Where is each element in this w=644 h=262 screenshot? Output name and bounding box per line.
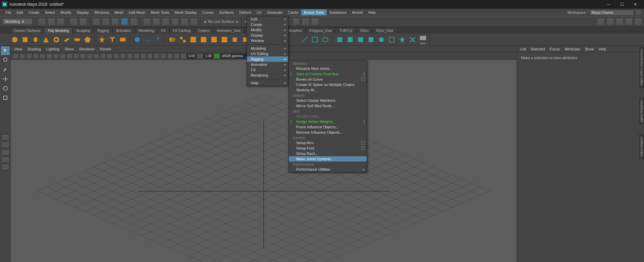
- snap-curve-icon[interactable]: [153, 18, 160, 25]
- mash-frame-icon[interactable]: [387, 35, 396, 44]
- smooth-shade-icon[interactable]: [107, 53, 113, 59]
- extrude-icon[interactable]: [230, 35, 239, 44]
- view-transform-field[interactable]: sRGB gamma: [220, 53, 251, 59]
- workspace-lock-icon[interactable]: [635, 9, 641, 15]
- panel-menu-panels[interactable]: Panels: [100, 47, 111, 51]
- mode-selector[interactable]: Modeling ▾: [2, 18, 33, 25]
- bonus-menu-uv-editing[interactable]: UV Editing: [247, 51, 288, 56]
- poly-cylinder-icon[interactable]: [31, 35, 40, 44]
- grid-icon[interactable]: [53, 53, 59, 59]
- xray-joint-icon[interactable]: [174, 53, 180, 59]
- menu-generate[interactable]: Generate: [264, 9, 285, 15]
- rigging-item-joint-at-custom-pivot-axis[interactable]: Joint at Custom Pivot Axis[]: [289, 71, 367, 77]
- separate-icon[interactable]: [178, 35, 187, 44]
- rigging-item-bones-on-curve[interactable]: Bones on Curve: [289, 77, 367, 82]
- select-tool[interactable]: [1, 46, 10, 55]
- smooth-icon[interactable]: [189, 35, 198, 44]
- menu-uv[interactable]: UV: [254, 9, 264, 15]
- rigging-item-create-ik-spline-on-multiple-chains[interactable]: Create IK Spline on Multiple Chains: [289, 82, 367, 87]
- mash-star-icon[interactable]: [397, 35, 407, 44]
- poly-torus-icon[interactable]: [52, 35, 61, 44]
- scale-tool[interactable]: [1, 93, 10, 102]
- close-button[interactable]: ✕: [629, 0, 642, 9]
- shelf-tab-sculpting[interactable]: Sculpting: [72, 28, 94, 34]
- panel-menu-lighting[interactable]: Lighting: [46, 47, 59, 51]
- select-mask-icon[interactable]: [93, 18, 100, 25]
- poly-cube-icon[interactable]: [20, 35, 30, 44]
- snap-plane-icon[interactable]: [171, 18, 179, 25]
- color-mgmt-toggle[interactable]: [214, 53, 220, 59]
- grease-pencil-icon[interactable]: [46, 53, 52, 59]
- poly-gear-icon[interactable]: [132, 35, 142, 44]
- toggle-panel-icon-2[interactable]: [606, 18, 614, 25]
- poly-helix-icon[interactable]: 0,0,0: [143, 35, 152, 44]
- bonus-menu-help[interactable]: Help: [247, 80, 288, 86]
- shelf-tab-turtle[interactable]: TURTLE: [336, 28, 356, 34]
- menu-deform[interactable]: Deform: [236, 9, 254, 15]
- poly-sphere-icon[interactable]: [10, 35, 19, 44]
- poly-plane-icon[interactable]: [62, 35, 71, 44]
- viewport[interactable]: [11, 60, 517, 262]
- side-tab-modeling-toolkit[interactable]: Modeling Toolkit: [639, 98, 644, 124]
- side-tab-channel-box-layer-editor[interactable]: Channel Box / Layer Editor: [639, 47, 644, 88]
- bonus-menu-fx[interactable]: FX: [247, 67, 288, 73]
- select-mask-active-icon[interactable]: [121, 18, 128, 25]
- boolean-intersect-icon[interactable]: [220, 35, 229, 44]
- mash-cube-icon[interactable]: [366, 35, 376, 44]
- ae-menu-focus[interactable]: Focus: [550, 47, 560, 51]
- rigging-item-stretchy-ik[interactable]: Stretchy IK...: [289, 87, 367, 93]
- 2d-pan-icon[interactable]: [40, 53, 46, 59]
- paint-select-tool[interactable]: [1, 65, 10, 74]
- snap-point-icon[interactable]: [162, 18, 169, 25]
- xray-icon[interactable]: [167, 53, 173, 59]
- rotate-tool[interactable]: [1, 84, 10, 93]
- panel-menu-shading[interactable]: Shading: [28, 47, 41, 51]
- dof-icon[interactable]: [154, 53, 160, 59]
- gate-mask-icon[interactable]: [73, 53, 79, 59]
- gamma-icon[interactable]: [197, 53, 203, 59]
- ae-menu-list[interactable]: List: [520, 47, 526, 51]
- snap-grid-icon[interactable]: [143, 18, 151, 25]
- menu-arnold[interactable]: Arnold: [350, 9, 366, 15]
- shelf-tab-poly-modeling[interactable]: Poly Modeling: [44, 28, 72, 34]
- workspace-selector[interactable]: Maya Classic: [589, 10, 634, 15]
- film-gate-icon[interactable]: [60, 53, 66, 59]
- menu-windows[interactable]: Windows: [92, 9, 112, 15]
- maximize-button[interactable]: ☐: [615, 0, 629, 9]
- side-tab-attribute-editor[interactable]: Attribute Editor: [639, 134, 644, 159]
- rigging-item-prune-influence-objects[interactable]: Prune Influence Objects...: [289, 124, 367, 130]
- render-icon[interactable]: [292, 18, 300, 25]
- rigging-item-setup-foot[interactable]: Setup Foot: [289, 145, 367, 151]
- mash-create-icon[interactable]: [335, 35, 344, 44]
- redo-icon[interactable]: [79, 18, 87, 25]
- mash-node-icon[interactable]: [356, 35, 365, 44]
- save-scene-icon[interactable]: [57, 18, 64, 25]
- shelf-tab-fx[interactable]: FX: [158, 28, 169, 34]
- bonus-menu-modeling[interactable]: Modeling: [247, 46, 288, 51]
- menu-mesh[interactable]: Mesh: [112, 9, 126, 15]
- shelf-tab-animation_user[interactable]: Animation_User: [213, 28, 244, 34]
- menu-edit[interactable]: Edit: [14, 9, 26, 15]
- snap-live-icon[interactable]: [181, 18, 188, 25]
- combine-icon[interactable]: [168, 35, 177, 44]
- camera-lock-icon[interactable]: [19, 53, 25, 59]
- new-scene-icon[interactable]: [38, 18, 46, 25]
- shelf-tab-curves-surfaces[interactable]: Curves / Surfaces: [10, 28, 44, 34]
- snap-view-icon[interactable]: [190, 18, 198, 25]
- wireframe-icon[interactable]: [100, 53, 106, 59]
- panel-layout-4[interactable]: [1, 164, 9, 170]
- safe-action-icon[interactable]: [87, 53, 93, 59]
- bonus-menu-rigging[interactable]: Rigging: [247, 56, 288, 62]
- lasso-tool[interactable]: [1, 56, 10, 64]
- aa-icon[interactable]: [147, 53, 153, 59]
- shadows-icon[interactable]: [127, 53, 133, 59]
- outliner-toggle[interactable]: [1, 134, 9, 140]
- bonus-menu-modify[interactable]: Modify: [247, 27, 288, 33]
- shelf-tab-custom[interactable]: Custom: [194, 28, 213, 34]
- bonus-menu-edit[interactable]: Edit: [247, 16, 288, 22]
- undo-icon[interactable]: [70, 18, 77, 25]
- menu-create[interactable]: Create: [26, 9, 42, 15]
- select-mask-icon-4[interactable]: [130, 18, 138, 25]
- minimize-button[interactable]: ─: [602, 0, 615, 9]
- shelf-tab-xgen_user[interactable]: XGen_User: [372, 28, 397, 34]
